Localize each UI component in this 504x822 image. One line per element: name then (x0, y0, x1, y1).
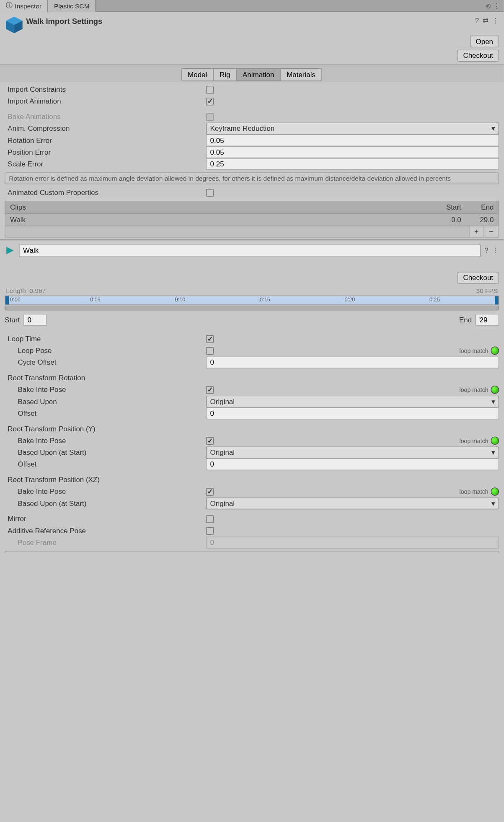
clip-start-cell: 0.0 (429, 215, 461, 224)
import-constraints-checkbox[interactable] (206, 86, 214, 93)
rtxz-label: Root Transform Position (XZ) (5, 476, 206, 484)
checkout-button[interactable]: Checkout (457, 50, 499, 62)
rtr-label: Root Transform Rotation (5, 374, 206, 382)
chevron-down-icon: ▾ (491, 499, 495, 508)
animated-custom-checkbox[interactable] (206, 189, 214, 196)
import-animation-checkbox[interactable] (206, 97, 214, 105)
tab-model[interactable]: Model (181, 68, 214, 81)
cycle-offset-label: Cycle Offset (5, 358, 206, 367)
rtr-bake-label: Bake Into Pose (5, 386, 206, 394)
error-help-text: Rotation error is defined as maximum ang… (5, 172, 499, 184)
rty-based-label: Based Upon (at Start) (5, 449, 206, 457)
clips-col-end: End (461, 203, 494, 212)
loop-match-indicator (491, 386, 499, 394)
loop-pose-checkbox[interactable] (206, 347, 214, 354)
timeline-end-handle[interactable] (495, 296, 498, 305)
add-clip-button[interactable]: + (469, 226, 483, 237)
preset-icon[interactable]: ⇄ (483, 17, 488, 25)
fps-label: 30 FPS (476, 287, 498, 294)
loop-match-label: loop match (460, 488, 488, 495)
remove-clip-button[interactable]: − (483, 226, 498, 237)
more-icon[interactable]: ⋮ (493, 2, 500, 10)
loop-match-label: loop match (460, 438, 488, 444)
cycle-offset-input[interactable] (206, 357, 499, 368)
rtxz-bake-checkbox[interactable] (206, 488, 214, 495)
rty-offset-label: Offset (5, 460, 206, 469)
rty-based-dropdown[interactable]: Original▾ (206, 446, 499, 458)
rtr-based-label: Based Upon (5, 397, 206, 406)
tab-rig[interactable]: Rig (213, 68, 237, 81)
chevron-down-icon: ▾ (491, 124, 495, 133)
lock-icon[interactable]: ⎋ (486, 2, 491, 10)
pose-frame-label: Pose Frame (5, 538, 206, 547)
rtxz-based-dropdown[interactable]: Original▾ (206, 498, 499, 509)
help-icon[interactable]: ? (475, 17, 479, 25)
timeline-scrollbar[interactable] (5, 306, 499, 310)
tab-materials[interactable]: Materials (280, 68, 322, 81)
rotation-error-label: Rotation Error (5, 136, 206, 145)
loop-pose-label: Loop Pose (5, 347, 206, 355)
bake-animations-label: Bake Animations (5, 112, 206, 121)
chevron-down-icon: ▾ (491, 449, 495, 457)
pose-frame-input (206, 537, 499, 548)
rtxz-bake-label: Bake Into Pose (5, 487, 206, 496)
clip-name-cell: Walk (10, 215, 429, 224)
length-label: Length (6, 287, 26, 294)
end-label: End (459, 316, 472, 324)
loop-match-indicator (491, 347, 499, 355)
rty-bake-checkbox[interactable] (206, 437, 214, 444)
tab-label: Plastic SCM (54, 2, 90, 9)
more-icon[interactable]: ⋮ (492, 246, 499, 255)
info-icon: ⓘ (6, 1, 13, 10)
start-label: Start (5, 316, 20, 324)
mirror-label: Mirror (5, 515, 206, 523)
bake-animations-checkbox (206, 113, 214, 120)
import-animation-label: Import Animation (5, 97, 206, 106)
rtr-based-dropdown[interactable]: Original▾ (206, 396, 499, 407)
rty-offset-input[interactable] (206, 459, 499, 470)
start-input[interactable] (23, 314, 47, 326)
animation-clip-icon (5, 245, 15, 256)
add-ref-checkbox[interactable] (206, 527, 214, 534)
import-constraints-label: Import Constraints (5, 85, 206, 93)
clip-checkout-button[interactable]: Checkout (457, 272, 499, 284)
end-input[interactable] (476, 314, 499, 326)
loop-match-label: loop match (460, 347, 488, 354)
timeline-ruler[interactable]: 0:00 0:05 0:10 0:15 0:20 0:25 (5, 296, 499, 305)
loop-match-indicator (491, 487, 499, 496)
position-error-input[interactable] (206, 146, 499, 158)
animated-custom-label: Animated Custom Properties (5, 188, 206, 197)
loop-time-checkbox[interactable] (206, 335, 214, 342)
loop-match-indicator (491, 436, 499, 445)
clips-row[interactable]: Walk 0.0 29.0 (5, 213, 499, 226)
rtr-bake-checkbox[interactable] (206, 386, 214, 394)
page-title: Walk Import Settings (26, 16, 475, 34)
loop-time-label: Loop Time (5, 335, 206, 343)
anim-compression-dropdown[interactable]: Keyframe Reduction▾ (206, 122, 499, 134)
rtr-offset-label: Offset (5, 409, 206, 417)
rtxz-based-label: Based Upon (at Start) (5, 499, 206, 508)
tab-label: Inspector (15, 2, 41, 9)
more-icon[interactable]: ⋮ (492, 17, 499, 25)
clips-table: Clips Start End Walk 0.0 29.0 + − (5, 201, 499, 238)
position-error-label: Position Error (5, 148, 206, 156)
anim-compression-label: Anim. Compression (5, 124, 206, 133)
tab-plastic-scm[interactable]: Plastic SCM (48, 0, 96, 12)
help-icon[interactable]: ? (484, 246, 488, 255)
clip-name-input[interactable] (19, 244, 481, 257)
scale-error-input[interactable] (206, 158, 499, 170)
rty-bake-label: Bake Into Pose (5, 436, 206, 445)
mirror-checkbox[interactable] (206, 515, 214, 523)
rotation-error-input[interactable] (206, 135, 499, 146)
tab-animation[interactable]: Animation (236, 68, 281, 81)
rtr-offset-input[interactable] (206, 407, 499, 419)
length-value: 0.967 (29, 287, 46, 294)
open-button[interactable]: Open (470, 36, 499, 47)
clip-end-cell: 29.0 (461, 215, 494, 224)
svg-marker-3 (6, 247, 14, 254)
add-ref-label: Additive Reference Pose (5, 526, 206, 535)
timeline-start-handle[interactable] (5, 296, 9, 305)
loop-match-label: loop match (460, 386, 488, 393)
prefab-cube-icon (5, 16, 23, 34)
tab-inspector[interactable]: ⓘ Inspector (0, 0, 48, 12)
